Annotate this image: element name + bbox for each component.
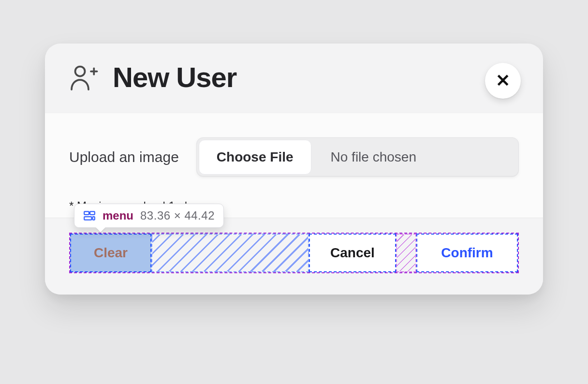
flex-icon: [83, 209, 96, 222]
clear-label: Clear: [94, 245, 128, 261]
new-user-modal: New User ✕ Upload an image Choose File N…: [45, 44, 543, 295]
modal-footer: menu 83.36 × 44.42 Clear Cancel Confirm: [45, 218, 543, 295]
confirm-label: Confirm: [441, 245, 493, 261]
choose-file-button[interactable]: Choose File: [199, 140, 311, 175]
upload-label: Upload an image: [69, 149, 179, 165]
svg-rect-6: [93, 217, 95, 220]
close-button[interactable]: ✕: [485, 63, 521, 99]
svg-point-0: [75, 66, 85, 76]
inspector-dimensions: 83.36 × 44.42: [140, 209, 215, 222]
modal-title: New User: [113, 61, 236, 93]
flex-spacer: [151, 234, 309, 272]
file-picker: Choose File No file chosen: [196, 137, 519, 177]
modal-header: New User ✕: [45, 44, 543, 113]
svg-rect-3: [84, 211, 89, 215]
footer-flex-container: menu 83.36 × 44.42 Clear Cancel Confirm: [69, 233, 519, 273]
flex-gap: [396, 234, 416, 272]
cancel-button[interactable]: Cancel: [309, 234, 396, 272]
inspector-tooltip: menu 83.36 × 44.42: [74, 204, 224, 228]
confirm-button[interactable]: Confirm: [416, 234, 518, 272]
close-icon: ✕: [496, 71, 510, 91]
svg-rect-5: [84, 217, 91, 220]
file-status-text: No file chosen: [313, 138, 518, 177]
inspector-tag: menu: [103, 209, 133, 222]
upload-row: Upload an image Choose File No file chos…: [69, 137, 519, 177]
modal-body: Upload an image Choose File No file chos…: [45, 113, 543, 218]
svg-rect-4: [90, 211, 95, 215]
clear-button[interactable]: Clear: [70, 234, 151, 272]
user-plus-icon: [69, 63, 98, 92]
cancel-label: Cancel: [330, 245, 375, 261]
